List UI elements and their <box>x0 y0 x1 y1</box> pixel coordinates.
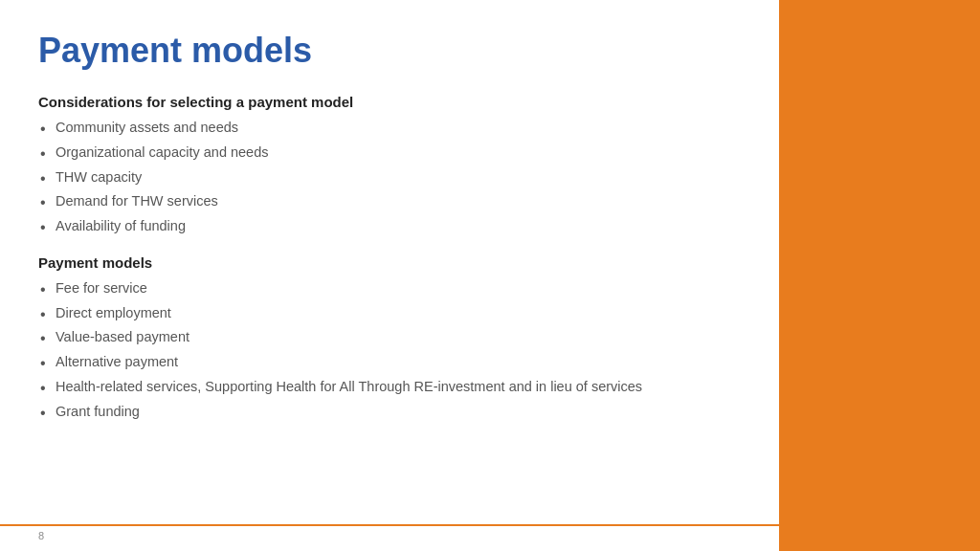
list-item: Organizational capacity and needs <box>38 141 741 165</box>
content-area: Payment models Considerations for select… <box>0 0 779 551</box>
list-item: Value-based payment <box>38 325 741 350</box>
list-item: Availability of funding <box>38 214 741 239</box>
list-item: Health-related services, Supporting Heal… <box>38 375 741 400</box>
bottom-bar <box>0 524 779 526</box>
payment-models-list: Fee for service Direct employment Value-… <box>38 276 741 425</box>
list-item: Fee for service <box>38 276 741 301</box>
page-title: Payment models <box>38 31 741 71</box>
list-item: THW capacity <box>38 165 741 190</box>
list-item: Alternative payment <box>38 350 741 375</box>
list-item: Demand for THW services <box>38 189 741 214</box>
considerations-heading: Considerations for selecting a payment m… <box>38 94 741 110</box>
payment-models-heading: Payment models <box>38 254 741 271</box>
slide: Payment models Considerations for select… <box>0 0 980 551</box>
considerations-list: Community assets and needs Organizationa… <box>38 116 741 239</box>
list-item: Direct employment <box>38 301 741 326</box>
list-item: Community assets and needs <box>38 116 741 141</box>
list-item: Grant funding <box>38 400 741 425</box>
page-number: 8 <box>38 530 44 541</box>
sidebar <box>779 0 980 551</box>
